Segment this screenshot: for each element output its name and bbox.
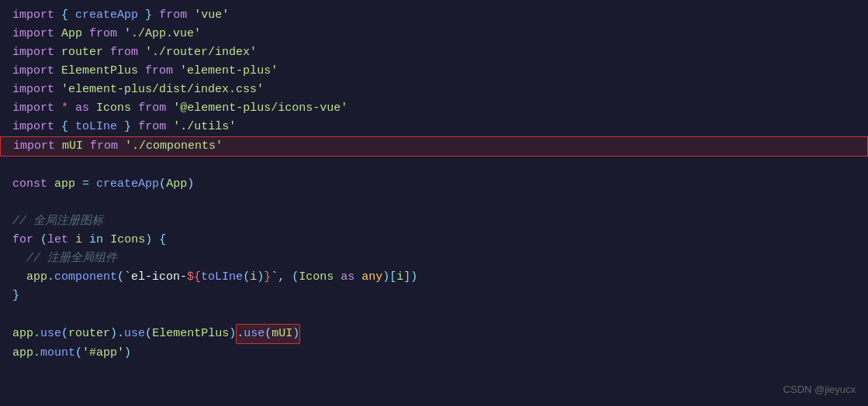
code-line-5: import 'element-plus/dist/index.css' bbox=[0, 81, 868, 99]
watermark: CSDN @jieyucx bbox=[783, 382, 856, 398]
code-line-17 bbox=[0, 305, 868, 324]
code-line-2: import App from './App.vue' bbox=[0, 25, 868, 43]
code-line-7: import { toLIne } from './utils' bbox=[0, 118, 868, 136]
code-editor: import { createApp } from 'vue' import A… bbox=[0, 0, 868, 406]
code-line-18: app.use(router).use(ElementPlus).use(mUI… bbox=[0, 324, 868, 344]
code-line-11 bbox=[0, 194, 868, 212]
code-line-14: // 注册全局组件 bbox=[0, 249, 868, 268]
code-line-16: } bbox=[0, 287, 868, 305]
token-import: import bbox=[12, 6, 54, 25]
code-line-9 bbox=[0, 157, 868, 175]
code-line-13: for (let i in Icons) { bbox=[0, 231, 868, 249]
code-line-12: // 全局注册图标 bbox=[0, 212, 868, 231]
code-line-4: import ElementPlus from 'element-plus' bbox=[0, 62, 868, 81]
token-from: from bbox=[159, 6, 187, 25]
code-line-19: app.mount('#app') bbox=[0, 344, 868, 363]
code-line-1: import { createApp } from 'vue' bbox=[0, 6, 868, 25]
code-line-6: import * as Icons from '@element-plus/ic… bbox=[0, 99, 868, 118]
code-line-3: import router from './router/index' bbox=[0, 43, 868, 62]
code-line-10: const app = createApp(App) bbox=[0, 175, 868, 194]
code-line-15: app.component(`el-icon-${toLIne(i)}`, (I… bbox=[0, 268, 868, 287]
code-line-8: import mUI from './components' bbox=[0, 136, 868, 157]
